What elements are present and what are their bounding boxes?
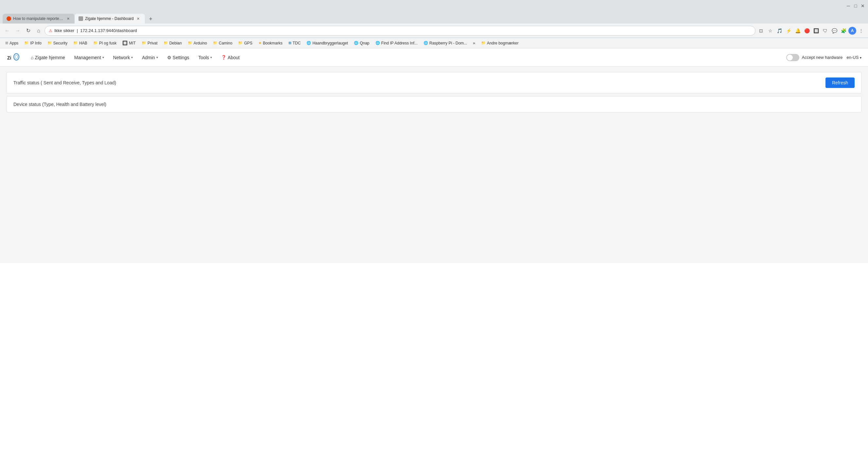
toolbar-icons: ⊡ ☆ 🎵 ⚡ 🔔 🔴 🔲 🛡 💬 🧩 A ⋮ <box>757 27 865 35</box>
extensions-button[interactable]: 🧩 <box>839 27 848 35</box>
nav-network-label: Network <box>113 55 130 60</box>
bookmark-haandbryggerlauget-label: Haandbryggerlauget <box>312 41 348 45</box>
extension-icon-5[interactable]: 🔲 <box>812 27 820 35</box>
bookmark-tdc[interactable]: ⊞ TDC <box>286 39 304 47</box>
bookmark-gps[interactable]: 📁 GPS <box>236 39 255 47</box>
bookmark-bookmarks[interactable]: ★ Bookmarks <box>256 39 285 47</box>
nav-admin[interactable]: Admin ▾ <box>137 49 162 67</box>
svg-point-1 <box>14 54 19 60</box>
bookmark-pi[interactable]: 📁 PI og fusk <box>91 39 119 47</box>
extension-icon-2[interactable]: ⚡ <box>784 27 793 35</box>
nav-settings[interactable]: ⚙ Settings <box>162 49 194 67</box>
folder-icon-hab: 📁 <box>73 41 78 45</box>
minimize-button[interactable]: ─ <box>846 3 851 8</box>
home-button[interactable]: ⌂ <box>34 26 43 35</box>
new-tab-button[interactable]: + <box>146 14 155 24</box>
nav-network[interactable]: Network ▾ <box>108 49 137 67</box>
maximize-button[interactable]: □ <box>853 3 858 8</box>
toggle-wrap: Accept new hardware <box>786 54 843 61</box>
toggle-label: Accept new hardware <box>802 55 843 60</box>
bookmark-camino-label: Camino <box>219 41 232 45</box>
tab-2-close[interactable]: ✕ <box>136 16 141 21</box>
back-button[interactable]: ← <box>3 26 12 35</box>
tab-1-title: How to manipulate reported valu... <box>13 17 63 21</box>
logo[interactable]: Zi <box>6 51 20 64</box>
bookmark-arduino-label: Arduino <box>194 41 207 45</box>
skype-icon[interactable]: 💬 <box>830 27 839 35</box>
tab-1-favicon <box>6 17 11 21</box>
window-controls: ─ □ ✕ <box>846 3 865 8</box>
more-label: » <box>473 41 475 45</box>
security-warning-icon: ⚠ <box>49 28 52 33</box>
bookmark-star-icon[interactable]: ☆ <box>766 27 774 35</box>
nav-management-label: Management <box>74 55 101 60</box>
tab-1[interactable]: How to manipulate reported valu... ✕ <box>3 14 74 24</box>
mit-icon: 🔲 <box>122 40 128 45</box>
browser-frame: ─ □ ✕ How to manipulate reported valu...… <box>0 0 868 464</box>
bookmark-arduino[interactable]: 📁 Arduino <box>185 39 210 47</box>
bookmark-privat[interactable]: 📁 Privat <box>139 39 160 47</box>
nav-about[interactable]: ❓ About <box>217 49 244 67</box>
tab-2[interactable]: Zigate hjemme - Dashboard ✕ <box>74 14 145 24</box>
nav-management[interactable]: Management ▾ <box>70 49 108 67</box>
title-bar: ─ □ ✕ <box>0 0 868 12</box>
nav-tools[interactable]: Tools ▾ <box>194 49 217 67</box>
bookmark-apps-label: Apps <box>9 41 18 45</box>
bookmark-hab[interactable]: 📁 HAB <box>71 39 90 47</box>
device-status-card: Device status (Type, Health and Battery … <box>6 96 862 113</box>
page-content: Zi ⌂ Zigate hjemme Management ▾ Network … <box>0 49 868 464</box>
raspberry-icon: 🌐 <box>424 41 428 45</box>
home-icon: ⌂ <box>31 55 33 60</box>
bookmark-ipinfo-label: IP Info <box>30 41 41 45</box>
nav-tools-label: Tools <box>198 55 209 60</box>
extension-icon-3[interactable]: 🔔 <box>794 27 802 35</box>
language-label: en-US <box>847 55 859 60</box>
extension-icon-1[interactable]: 🎵 <box>775 27 784 35</box>
bookmark-tdc-label: TDC <box>293 41 301 45</box>
menu-button[interactable]: ⋮ <box>857 27 865 35</box>
accept-hardware-toggle[interactable] <box>786 54 799 61</box>
bookmark-apps[interactable]: ⊞ Apps <box>3 39 21 47</box>
tab-1-close[interactable]: ✕ <box>65 16 71 21</box>
bookmark-find-ip[interactable]: 🌐 Find IP Address Inf... <box>373 39 420 47</box>
bookmark-andre[interactable]: 📁 Andre bogmærker <box>478 39 521 47</box>
bookmark-haandbryggerlauget[interactable]: 🌐 Haandbryggerlauget <box>304 39 350 47</box>
folder-icon-privat: 📁 <box>142 41 146 45</box>
extension-icon-4[interactable]: 🔴 <box>803 27 811 35</box>
apps-grid-icon: ⊞ <box>5 41 8 45</box>
bookmark-mit-label: MIT <box>129 41 136 45</box>
main-content: Traffic status ( Sent and Receive, Types… <box>0 67 868 263</box>
nav-home[interactable]: ⌂ Zigate hjemme <box>26 49 70 67</box>
extension-icon-6[interactable]: 🛡 <box>821 27 829 35</box>
star-icon-bookmarks: ★ <box>258 41 261 45</box>
nav-home-label: Zigate hjemme <box>35 55 65 60</box>
tdc-icon: ⊞ <box>288 41 291 45</box>
reload-button[interactable]: ↻ <box>24 26 33 35</box>
management-caret-icon: ▾ <box>102 56 104 59</box>
address-input[interactable]: ⚠ Ikke sikker | 172.24.1.137:9440/dashbo… <box>44 26 755 36</box>
find-ip-icon: 🌐 <box>375 41 380 45</box>
address-bar: ← → ↻ ⌂ ⚠ Ikke sikker | 172.24.1.137:944… <box>0 24 868 38</box>
bookmark-hab-label: HAB <box>79 41 87 45</box>
bookmark-mit[interactable]: 🔲 MIT <box>120 39 138 47</box>
bookmark-security[interactable]: 📁 Security <box>45 39 70 47</box>
bookmark-raspberry-label: Raspberry Pi - Dom... <box>429 41 467 45</box>
bookmark-ipinfo[interactable]: 📁 IP Info <box>22 39 44 47</box>
bookmarks-bar: ⊞ Apps 📁 IP Info 📁 Security 📁 HAB 📁 PI o… <box>0 38 868 49</box>
chrome-cast-icon[interactable]: ⊡ <box>757 27 765 35</box>
close-button[interactable]: ✕ <box>860 3 865 8</box>
nav-about-label: About <box>228 55 240 60</box>
refresh-button[interactable]: Refresh <box>826 78 855 88</box>
bookmark-bookmarks-label: Bookmarks <box>263 41 283 45</box>
tab-2-favicon <box>79 17 83 21</box>
bookmarks-more-button[interactable]: » <box>470 39 478 47</box>
profile-avatar[interactable]: A <box>848 27 856 35</box>
bookmark-camino[interactable]: 📁 Camino <box>210 39 235 47</box>
folder-icon-camino: 📁 <box>213 41 217 45</box>
forward-button[interactable]: → <box>13 26 22 35</box>
bookmark-raspberry[interactable]: 🌐 Raspberry Pi - Dom... <box>421 39 470 47</box>
nav-settings-label: Settings <box>173 55 189 60</box>
bookmark-debian[interactable]: 📁 Debian <box>161 39 184 47</box>
bookmark-qnap[interactable]: 🌐 Qnap <box>351 39 372 47</box>
language-selector[interactable]: en-US ▾ <box>847 55 862 60</box>
